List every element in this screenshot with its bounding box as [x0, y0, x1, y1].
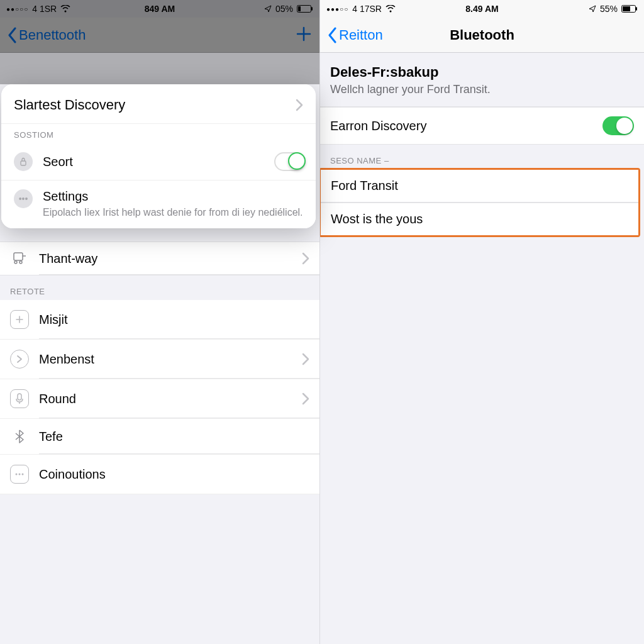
svg-rect-3 [14, 253, 23, 260]
header-block: Deles-Fr:sbakup Wellch lagner your Ford … [320, 53, 644, 107]
popup-section-header: SOSTIOM [1, 124, 316, 143]
mic-icon [10, 389, 29, 408]
svg-rect-12 [636, 8, 637, 11]
list-item[interactable]: Coinoutions [0, 455, 319, 494]
carrier-label: 4 17SR [352, 4, 382, 14]
svg-rect-13 [623, 6, 630, 11]
popup-settings-label: Settings [43, 189, 303, 204]
discovery-label: Earron Discovery [330, 119, 426, 133]
seort-toggle[interactable] [274, 152, 306, 171]
svg-rect-6 [18, 394, 21, 400]
battery-icon [621, 5, 638, 13]
transit-icon [10, 251, 29, 266]
back-button[interactable]: Reitton [328, 27, 383, 43]
status-right: 05% [264, 4, 313, 14]
back-label: Benettooth [19, 27, 86, 43]
chevron-right-icon [302, 252, 309, 265]
popup-settings-row[interactable]: ••• Settings Eipolach Iiex Irist help wa… [1, 180, 316, 228]
svg-point-5 [19, 261, 22, 264]
status-time: 8.49 AM [465, 4, 498, 14]
right-list: Deles-Fr:sbakup Wellch lagner your Ford … [320, 53, 644, 644]
chevron-circle-icon [10, 350, 29, 369]
svg-rect-10 [21, 161, 26, 165]
list-item[interactable]: Menbenst [0, 340, 319, 379]
dots-box-icon [10, 465, 29, 484]
svg-point-8 [19, 474, 21, 475]
list-item-label: Coinoutions [39, 467, 106, 482]
bluetooth-icon [10, 429, 29, 444]
device-row[interactable]: Ford Transit [321, 170, 638, 203]
back-label: Reitton [339, 27, 383, 43]
discovery-toggle[interactable] [602, 116, 634, 135]
device-label: Wost is the yous [331, 212, 423, 226]
header-sub: Wellch lagner your Ford Transit. [330, 83, 634, 96]
battery-percent: 55% [600, 4, 618, 14]
chevron-right-icon [302, 353, 309, 365]
status-right: 55% [589, 4, 638, 14]
signal-dots-icon: ●●●○○ [326, 6, 348, 13]
device-label: Ford Transit [331, 179, 398, 193]
popup-settings-sub: Eipolach Iiex Irist help wast denie for … [43, 206, 303, 219]
svg-rect-1 [311, 8, 313, 11]
dots-icon: ••• [14, 189, 33, 208]
list-item-label: Menbenst [39, 352, 94, 367]
section-header-retote: RETOTE [0, 275, 319, 300]
wifi-icon [60, 5, 70, 13]
devices-section-header: SESO NAME – [320, 145, 644, 169]
right-pane: ●●●○○ 4 17SR 8.49 AM 55% Reitton Bluetoo… [319, 0, 644, 644]
list-item-label: Misjit [39, 313, 68, 327]
popup-seort-label: Seort [43, 155, 73, 169]
popup-title-row[interactable]: Slartest Discovery [1, 84, 316, 124]
list-item-label: Tefe [39, 430, 63, 444]
list-item[interactable]: Round [0, 379, 319, 419]
plus-icon [296, 26, 312, 42]
status-left: ●●●○○ 4 17SR [326, 4, 396, 14]
list-item[interactable]: Tefe [0, 419, 319, 455]
status-bar: ●●●○○ 4 17SR 8.49 AM 55% [320, 0, 644, 18]
battery-percent: 05% [275, 4, 293, 14]
list-item[interactable]: Thant-way [0, 242, 319, 275]
list-item-label: Round [39, 392, 76, 406]
location-icon [264, 5, 272, 13]
chevron-left-icon [328, 27, 338, 43]
left-pane: ●●○○○ 4 1SR 849 AM 05% Benettooth [0, 0, 319, 644]
nav-bar: Benettooth [0, 18, 319, 53]
chevron-right-icon [302, 392, 309, 405]
devices-highlight: Ford Transit Wost is the yous [320, 168, 640, 237]
chevron-left-icon [8, 27, 18, 43]
popup-title: Slartest Discovery [14, 97, 125, 113]
status-time: 849 AM [145, 4, 175, 14]
list-item-label: Thant-way [39, 252, 97, 266]
lock-icon [14, 152, 33, 171]
signal-dots-icon: ●●○○○ [6, 6, 28, 13]
back-button[interactable]: Benettooth [8, 27, 86, 43]
discovery-row[interactable]: Earron Discovery [320, 107, 644, 145]
header-title: Deles-Fr:sbakup [330, 64, 634, 80]
svg-point-9 [22, 474, 24, 475]
list-item[interactable]: Misjit [0, 300, 319, 340]
nav-bar: Reitton Bluetooth [320, 18, 644, 53]
device-row[interactable]: Wost is the yous [321, 203, 638, 235]
status-left: ●●○○○ 4 1SR [6, 4, 70, 14]
svg-point-4 [14, 261, 17, 264]
location-icon [589, 5, 596, 13]
status-bar: ●●○○○ 4 1SR 849 AM 05% [0, 0, 319, 18]
add-button[interactable] [296, 26, 312, 45]
popup-seort-row[interactable]: Seort [1, 143, 316, 180]
svg-point-7 [16, 474, 18, 475]
svg-rect-2 [298, 6, 301, 11]
nav-title: Bluetooth [450, 27, 514, 43]
discovery-popup: Slartest Discovery SOSTIOM Seort ••• Set… [1, 84, 316, 228]
plus-box-icon [10, 310, 29, 329]
carrier-label: 4 1SR [32, 4, 57, 14]
chevron-right-icon [296, 99, 303, 111]
battery-icon [297, 5, 313, 13]
wifi-icon [386, 5, 396, 13]
